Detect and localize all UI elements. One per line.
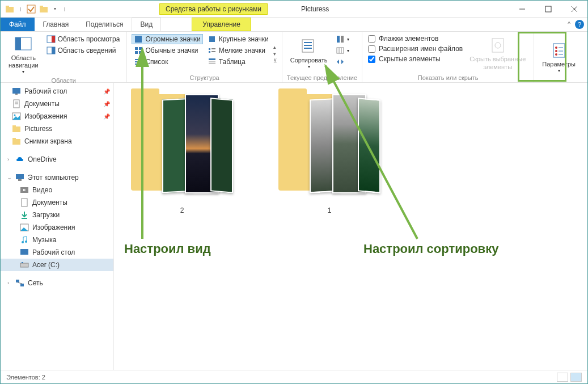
layout-scroll-down-icon[interactable]: ▾ [273,51,277,57]
svg-rect-24 [209,48,210,50]
svg-rect-3 [40,7,48,12]
size-columns-button[interactable] [333,57,352,67]
svg-point-45 [555,50,557,52]
maximize-button[interactable] [535,1,561,18]
checkbox-icon[interactable] [27,5,36,14]
svg-rect-18 [135,51,138,54]
svg-rect-19 [139,51,142,54]
folder-icon [12,124,21,133]
folder-view[interactable]: 2 1 [114,83,587,370]
expand-icon[interactable]: ⌄ [7,175,12,180]
tree-item-pictures[interactable]: Изображения📌 [1,110,113,123]
hidden-items-checkbox[interactable]: Скрытые элементы [367,54,464,64]
tree-label: OneDrive [28,155,57,163]
group-by-button[interactable]: ▾ [333,34,352,44]
folder-name: 2 [180,206,184,214]
svg-point-43 [555,47,557,49]
layout-expand-icon[interactable]: ⊻ [273,58,277,64]
network-icon [15,278,24,288]
large-icons-button[interactable]: Крупные значки [205,34,271,44]
svg-line-73 [18,282,22,284]
expand-icon[interactable]: › [7,157,12,162]
tree-item-onedrive[interactable]: › OneDrive [1,153,113,166]
extra-large-icons-button[interactable]: Огромные значки [132,34,202,44]
hidden-items-label: Скрытые элементы [379,55,441,63]
svg-rect-6 [545,6,551,12]
svg-rect-23 [209,36,215,42]
tree-item-network[interactable]: › Сеть [1,277,113,289]
tree-item-desktop-pc[interactable]: Рабочий стол [1,246,113,259]
svg-rect-4 [40,6,43,7]
tab-share[interactable]: Поделиться [77,18,132,31]
qat-dropdown-icon[interactable]: ▾ [52,6,58,11]
ribbon-group-layout: Огромные значки Обычные значки Список Кр… [127,32,282,82]
view-details-icon[interactable] [557,373,568,382]
tree-item-downloads[interactable]: Загрузки [1,209,113,221]
file-extensions-label: Расширения имен файлов [379,45,463,53]
svg-rect-42 [553,44,565,57]
svg-rect-37 [337,48,344,53]
tree-label: Рабочий стол [24,87,67,95]
quick-access-toolbar: | ▾ | [1,5,67,14]
tree-item-acer-c[interactable]: Acer (C:) [1,259,113,271]
tree-item-documents[interactable]: Документы📌 [1,98,113,110]
svg-rect-28 [209,58,215,60]
close-button[interactable] [561,1,587,18]
content-area: Рабочий стол📌 Документы📌 Изображения📌 Pi… [1,83,587,370]
hide-selected-label: Скрыть выбранные элементы [469,56,526,70]
tree-label: Acer (C:) [32,261,60,269]
tree-label: Picturess [24,125,52,133]
folder-item-2[interactable]: 2 [125,88,239,214]
svg-rect-1 [6,6,9,7]
item-checkboxes-checkbox[interactable]: Флажки элементов [367,34,464,43]
list-button[interactable]: Список [132,57,202,67]
add-columns-button[interactable]: ▾ [333,45,352,56]
tab-view[interactable]: Вид [132,18,161,31]
preview-pane-button[interactable]: Область просмотра [44,34,122,44]
collapse-ribbon-icon[interactable]: ^ [568,21,570,27]
svg-rect-15 [135,36,142,43]
view-large-icons-icon[interactable] [570,373,582,382]
tree-label: Этот компьютер [28,174,79,182]
folder-item-1[interactable]: 1 [273,88,386,214]
extra-large-icons-label: Огромные значки [145,35,200,43]
folder-small-icon[interactable] [39,5,48,14]
details-button[interactable]: Таблица [205,57,271,67]
file-extensions-checkbox[interactable]: Расширения имен файлов [367,44,464,53]
list-label: Список [145,58,168,66]
expand-icon[interactable]: › [7,280,12,286]
svg-rect-40 [492,39,504,52]
statusbar: Элементов: 2 [1,370,587,383]
tree-item-picturess[interactable]: Picturess [1,123,113,135]
help-icon[interactable]: ? [575,20,584,29]
small-icons-button[interactable]: Мелкие значки [205,45,271,56]
tree-item-screenshots[interactable]: Снимки экрана [1,135,113,147]
svg-rect-0 [6,7,14,12]
tree-item-music[interactable]: Музыка [1,234,113,246]
tree-item-documents-pc[interactable]: Документы [1,196,113,209]
tree-item-pictures-pc[interactable]: Изображения [1,221,113,234]
medium-icons-label: Обычные значки [145,47,198,54]
tab-home[interactable]: Главная [35,18,78,31]
tree-item-desktop[interactable]: Рабочий стол📌 [1,85,113,98]
navigation-tree[interactable]: Рабочий стол📌 Документы📌 Изображения📌 Pi… [1,83,114,370]
details-pane-button[interactable]: Область сведений [44,45,122,56]
large-icons-label: Крупные значки [219,35,269,43]
medium-icons-button[interactable]: Обычные значки [132,45,202,56]
options-label: Параметры [542,61,576,68]
ribbon-group-show-label: Показать или скрыть [367,73,529,81]
tree-label: Снимки экрана [24,137,72,145]
tree-item-videos[interactable]: Видео [1,184,113,196]
sort-by-button[interactable]: Сортировать ▾ [287,34,331,73]
qat-separator: | [62,6,67,11]
layout-scroll-up-icon[interactable]: ▴ [273,44,277,50]
navigation-pane-button[interactable]: Область навигации ▾ [5,34,42,76]
tab-manage[interactable]: Управление [192,18,251,31]
options-button[interactable]: Параметры ▾ [539,34,579,81]
tab-file[interactable]: Файл [1,18,35,31]
svg-point-66 [22,241,24,243]
titlebar: | ▾ | Средства работы с рисунками Pictur… [1,1,587,18]
details-label: Таблица [219,58,246,66]
minimize-button[interactable] [509,1,535,18]
tree-item-this-pc[interactable]: ⌄ Этот компьютер [1,171,113,184]
